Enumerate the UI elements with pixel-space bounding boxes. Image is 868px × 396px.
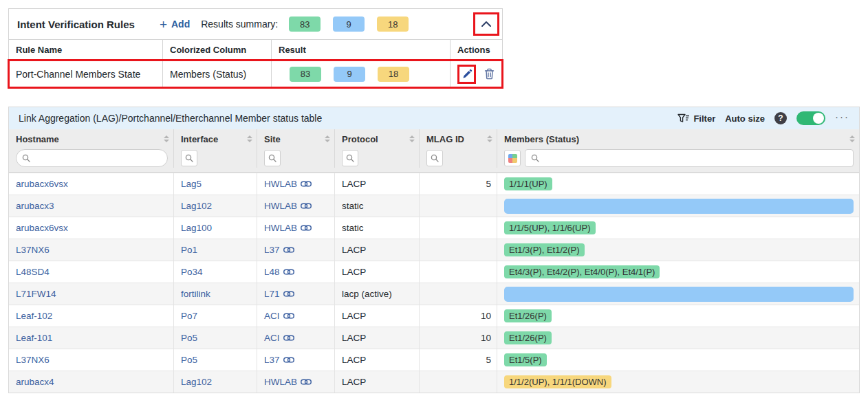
- header-label-row: Hostname Interface Site Protocol MLAG ID…: [9, 129, 859, 148]
- site-filter-cell: [257, 148, 335, 168]
- table-row[interactable]: arubacx6vsx Lag5 HWLAB LACP 5 1/1/1(UP): [9, 173, 859, 195]
- table-row[interactable]: L48SD4 Po34 L48 LACP Et4/3(P), Et4/2(P),…: [9, 261, 859, 283]
- site-link[interactable]: L48: [264, 267, 280, 277]
- sort-icon[interactable]: [247, 135, 252, 142]
- interface-link[interactable]: Lag5: [181, 179, 202, 189]
- collapse-panel-button[interactable]: [473, 12, 499, 36]
- sort-icon[interactable]: [849, 135, 855, 142]
- hostname-link[interactable]: arubacx6vsx: [16, 223, 68, 233]
- table-row[interactable]: arubacx6vsx Lag100 HWLAB static 1/1/5(UP…: [9, 217, 859, 239]
- protocol-value: lacp (active): [335, 283, 420, 305]
- interface-link[interactable]: Lag102: [181, 201, 212, 211]
- mlag-id-value: 5: [420, 349, 497, 371]
- pencil-icon: [462, 69, 473, 80]
- hostname-search-input[interactable]: [16, 149, 168, 167]
- protocol-value: LACP: [335, 349, 420, 371]
- auto-size-toggle[interactable]: [796, 111, 825, 125]
- column-header-site[interactable]: Site: [257, 129, 335, 148]
- column-header-mlag-id[interactable]: MLAG ID: [420, 129, 497, 148]
- hostname-link[interactable]: arubacx4: [16, 377, 54, 387]
- header-filter-row: [9, 148, 859, 172]
- hostname-link[interactable]: arubacx3: [16, 201, 54, 211]
- table-row[interactable]: L37NX6 Po1 L37 LACP Et1/3(P), Et1/2(P): [9, 239, 859, 261]
- table-row[interactable]: Leaf-101 Po5 ACI LACP 10 Et1/26(P): [9, 327, 859, 349]
- table-row[interactable]: L37NX6 Po5 L37 LACP 5 Et1/5(P): [9, 349, 859, 371]
- interface-link[interactable]: fortilink: [181, 289, 210, 299]
- mlag-id-value: [420, 283, 497, 305]
- site-link[interactable]: HWLAB: [264, 201, 297, 211]
- members-status-pill: 1/1/2(UP), 1/1/1(DOWN): [504, 375, 611, 388]
- search-icon: [22, 154, 30, 162]
- site-link[interactable]: ACI: [264, 311, 280, 321]
- hostname-link[interactable]: L37NX6: [16, 355, 50, 365]
- rule-table-row[interactable]: Port-Channel Members State Members (Stat…: [9, 60, 502, 87]
- hostname-link[interactable]: Leaf-101: [16, 333, 52, 343]
- sort-icon[interactable]: [487, 135, 492, 142]
- members-search-input[interactable]: [525, 149, 854, 167]
- protocol-value: static: [335, 217, 420, 239]
- mlag-id-value: [420, 217, 497, 239]
- colorized-column-value: Members (Status): [163, 60, 272, 87]
- sort-icon[interactable]: [409, 135, 415, 142]
- filter-button[interactable]: Filter: [677, 113, 715, 124]
- column-header-actions: Actions: [451, 40, 502, 60]
- protocol-search-button[interactable]: [342, 150, 358, 166]
- site-link[interactable]: ACI: [264, 333, 280, 343]
- interface-link[interactable]: Po7: [181, 311, 197, 321]
- mlag-id-value: [420, 195, 497, 217]
- interface-link[interactable]: Po34: [181, 267, 203, 277]
- edit-rule-button[interactable]: [457, 65, 476, 84]
- colorize-button[interactable]: [504, 150, 521, 166]
- sort-icon[interactable]: [325, 135, 330, 142]
- interface-link[interactable]: Po5: [181, 333, 197, 343]
- table-row[interactable]: L71FW14 fortilink L71 lacp (active): [9, 283, 859, 305]
- column-header-members-status[interactable]: Members (Status): [497, 129, 859, 148]
- hostname-link[interactable]: arubacx6vsx: [16, 179, 68, 189]
- mlag-id-value: 10: [420, 327, 497, 349]
- more-menu-button[interactable]: ···: [835, 111, 849, 126]
- column-header-interface[interactable]: Interface: [174, 129, 257, 148]
- table-row[interactable]: arubacx4 Lag102 HWLAB LACP 1/1/2(UP), 1/…: [9, 371, 859, 393]
- chain-link-icon: [301, 379, 312, 385]
- search-icon: [431, 154, 439, 162]
- hostname-link[interactable]: Leaf-102: [16, 311, 52, 321]
- rules-panel-title: Intent Verification Rules: [17, 19, 135, 30]
- sort-icon[interactable]: [164, 135, 169, 142]
- site-link[interactable]: HWLAB: [264, 377, 297, 387]
- chain-link-icon: [283, 291, 294, 297]
- trash-icon: [484, 68, 495, 80]
- table-row[interactable]: arubacx3 Lag102 HWLAB static: [9, 195, 859, 217]
- add-rule-button[interactable]: + Add: [160, 18, 190, 31]
- column-header-hostname[interactable]: Hostname: [9, 129, 174, 148]
- hostname-link[interactable]: L48SD4: [16, 267, 50, 277]
- rule-actions-cell: [451, 60, 502, 87]
- search-icon: [531, 154, 539, 162]
- site-link[interactable]: HWLAB: [264, 223, 297, 233]
- site-search-button[interactable]: [264, 150, 281, 166]
- chain-link-icon: [283, 335, 294, 341]
- interface-link[interactable]: Lag100: [181, 223, 212, 233]
- interface-link[interactable]: Lag102: [181, 377, 212, 387]
- delete-rule-button[interactable]: [484, 68, 495, 80]
- hostname-link[interactable]: L71FW14: [16, 289, 56, 299]
- rule-result-badges: 83918: [290, 67, 409, 82]
- mlag-search-button[interactable]: [426, 150, 443, 166]
- interface-search-button[interactable]: [181, 150, 197, 166]
- site-link[interactable]: L37: [264, 245, 280, 255]
- search-icon: [346, 154, 354, 162]
- rules-panel-header: Intent Verification Rules + Add Results …: [9, 9, 502, 39]
- site-link[interactable]: HWLAB: [264, 179, 297, 189]
- mlag-id-value: [420, 261, 497, 283]
- plus-icon: +: [160, 18, 167, 31]
- column-header-rule-name: Rule Name: [9, 40, 163, 60]
- result-count-badge: 9: [334, 67, 365, 82]
- site-link[interactable]: L71: [264, 289, 280, 299]
- table-row[interactable]: Leaf-102 Po7 ACI LACP 10 Et1/26(P): [9, 305, 859, 327]
- site-link[interactable]: L37: [264, 355, 280, 365]
- interface-link[interactable]: Po5: [181, 355, 197, 365]
- interface-link[interactable]: Po1: [181, 245, 197, 255]
- help-icon[interactable]: ?: [774, 112, 787, 124]
- column-header-protocol[interactable]: Protocol: [335, 129, 420, 148]
- chain-link-icon: [283, 313, 294, 319]
- hostname-link[interactable]: L37NX6: [16, 245, 50, 255]
